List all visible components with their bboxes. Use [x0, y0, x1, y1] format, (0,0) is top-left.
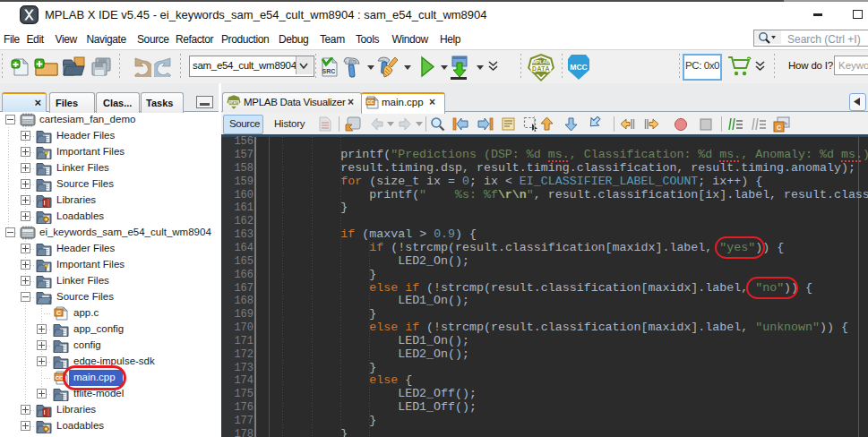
- svg-text:CC: CC: [367, 99, 374, 105]
- svg-text:MPLAB: MPLAB: [532, 59, 550, 64]
- svg-text:C: C: [777, 124, 781, 131]
- svg-text:h: h: [785, 121, 787, 126]
- svg-text:DATA: DATA: [229, 101, 238, 105]
- svg-text:SRC: SRC: [322, 68, 336, 74]
- svg-text:DATA: DATA: [532, 65, 550, 72]
- svg-text:MCC: MCC: [570, 63, 587, 72]
